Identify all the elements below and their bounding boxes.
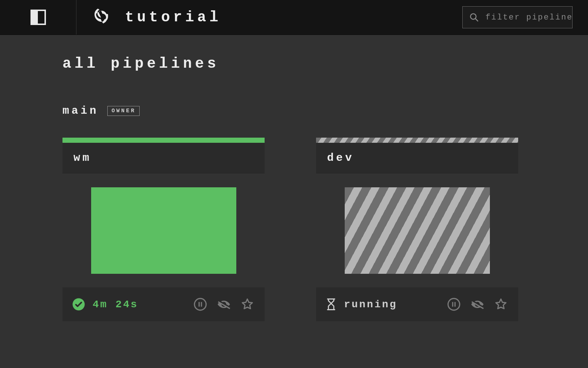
- page-title: all pipelines: [62, 56, 526, 72]
- app-title[interactable]: tutorial: [125, 9, 221, 26]
- svg-point-0: [470, 14, 476, 19]
- card-actions: [193, 297, 255, 312]
- team-header: main OWNER: [62, 105, 526, 117]
- main-content: all pipelines main OWNER wm 4m: [0, 35, 588, 342]
- star-icon[interactable]: [493, 297, 509, 312]
- pipeline-preview-area[interactable]: [62, 173, 265, 287]
- status-stripe: [316, 138, 518, 143]
- pipeline-footer: 4m 24s: [62, 287, 265, 321]
- status-stripe: [62, 138, 265, 143]
- status-text: 4m 24s: [93, 299, 138, 310]
- pipeline-card[interactable]: dev running: [316, 138, 518, 321]
- check-circle-icon: [72, 298, 85, 311]
- concourse-logo-icon[interactable]: [90, 7, 111, 28]
- hide-icon[interactable]: [216, 297, 232, 312]
- search-box[interactable]: [462, 6, 573, 28]
- status-group: 4m 24s: [72, 298, 184, 311]
- hourglass-icon: [326, 298, 337, 311]
- card-actions: [446, 297, 509, 312]
- pipeline-name[interactable]: dev: [316, 143, 518, 173]
- pause-button[interactable]: [446, 297, 462, 312]
- search-input[interactable]: [485, 13, 583, 22]
- status-group: running: [326, 298, 438, 311]
- top-bar: tutorial: [0, 0, 588, 35]
- sidebar-toggle-cell: [0, 0, 76, 35]
- pause-button[interactable]: [193, 297, 208, 312]
- pipeline-card[interactable]: wm 4m 24s: [62, 138, 265, 321]
- svg-point-3: [194, 298, 206, 310]
- svg-line-1: [475, 18, 478, 21]
- search-icon: [469, 13, 479, 22]
- hide-icon[interactable]: [470, 297, 485, 312]
- pipeline-name[interactable]: wm: [62, 143, 265, 173]
- owner-badge: OWNER: [107, 106, 140, 116]
- job-preview-block: [345, 187, 490, 274]
- star-icon[interactable]: [240, 297, 255, 312]
- pipeline-footer: running: [316, 287, 518, 321]
- sidebar-toggle-icon[interactable]: [31, 10, 46, 25]
- team-name[interactable]: main: [62, 105, 98, 117]
- job-preview-block: [91, 187, 236, 274]
- svg-point-10: [448, 298, 460, 310]
- pipeline-preview-area[interactable]: [316, 173, 518, 287]
- pipeline-cards: wm 4m 24s: [62, 138, 526, 321]
- logo-title-group: tutorial: [76, 7, 462, 28]
- status-text: running: [344, 299, 397, 310]
